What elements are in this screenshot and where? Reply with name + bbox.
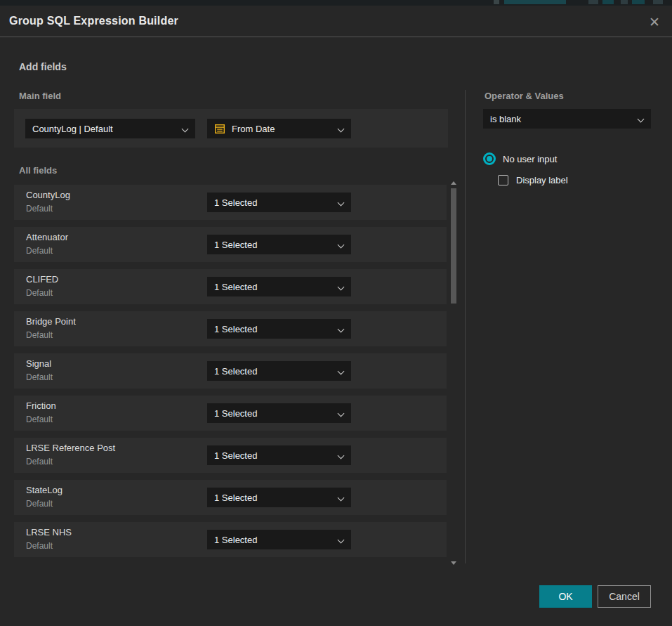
main-field-panel: CountyLog | Default From Date — [14, 109, 448, 148]
background-fragment — [621, 0, 628, 4]
scroll-up-icon[interactable] — [451, 181, 456, 185]
field-name: CLIFED — [26, 274, 58, 285]
close-icon[interactable]: ✕ — [646, 13, 663, 30]
field-selected-dropdown[interactable]: 1 Selected — [207, 235, 351, 254]
chevron-down-icon — [338, 410, 345, 417]
field-selected-dropdown[interactable]: 1 Selected — [207, 530, 351, 549]
field-row: Friction Default 1 Selected — [14, 396, 447, 431]
field-selected-dropdown[interactable]: 1 Selected — [207, 445, 351, 465]
no-user-input-label: No user input — [503, 154, 557, 164]
chevron-down-icon — [182, 126, 189, 133]
calendar-icon — [214, 123, 225, 134]
scrollbar-thumb[interactable] — [451, 188, 456, 304]
chevron-down-icon — [638, 116, 645, 123]
background-fragment — [653, 0, 663, 4]
add-fields-heading: Add fields — [19, 61, 67, 72]
field-row: Bridge Point Default 1 Selected — [14, 311, 447, 346]
checkbox-unchecked-icon — [498, 175, 508, 185]
background-fragment — [588, 0, 598, 4]
field-subtitle: Default — [26, 415, 53, 424]
field-selected-dropdown[interactable]: 1 Selected — [207, 361, 351, 381]
field-row: CLIFED Default 1 Selected — [14, 269, 447, 304]
all-fields-label: All fields — [19, 165, 57, 176]
background-app-strip — [0, 0, 672, 6]
main-field-select-dropdown[interactable]: From Date — [207, 119, 351, 138]
field-selected-dropdown[interactable]: 1 Selected — [207, 193, 351, 212]
field-subtitle: Default — [26, 499, 53, 509]
chevron-down-icon — [338, 495, 345, 502]
field-selected-dropdown[interactable]: 1 Selected — [207, 403, 351, 423]
field-row: CountyLog Default 1 Selected — [14, 185, 447, 220]
field-selected-value: 1 Selected — [214, 240, 257, 250]
radio-selected-icon — [483, 152, 496, 165]
field-selected-value: 1 Selected — [214, 493, 257, 503]
field-subtitle: Default — [26, 288, 53, 298]
ok-button[interactable]: OK — [539, 585, 592, 608]
display-label-checkbox[interactable]: Display label — [498, 175, 568, 185]
field-subtitle: Default — [26, 204, 53, 214]
chevron-down-icon — [338, 242, 345, 249]
field-subtitle: Default — [26, 372, 53, 382]
field-selected-value: 1 Selected — [214, 366, 257, 377]
field-selected-value: 1 Selected — [214, 324, 257, 334]
chevron-down-icon — [338, 537, 345, 544]
operator-values-label: Operator & Values — [485, 91, 564, 101]
chevron-down-icon — [338, 452, 345, 459]
field-name: Bridge Point — [26, 316, 76, 327]
chevron-down-icon — [338, 126, 345, 133]
fields-scrollbar[interactable] — [449, 179, 458, 567]
background-fragment — [632, 0, 645, 4]
field-subtitle: Default — [26, 457, 53, 467]
operator-dropdown[interactable]: is blank — [483, 109, 651, 129]
scroll-down-icon[interactable] — [451, 561, 456, 565]
field-selected-dropdown[interactable]: 1 Selected — [207, 319, 351, 339]
field-subtitle: Default — [26, 246, 53, 256]
field-name: Friction — [26, 400, 56, 411]
field-row: LRSE NHS Default 1 Selected — [14, 522, 447, 557]
field-subtitle: Default — [26, 330, 53, 340]
chevron-down-icon — [338, 326, 345, 333]
field-selected-value: 1 Selected — [214, 450, 257, 461]
field-row: Signal Default 1 Selected — [14, 353, 447, 389]
panel-divider — [465, 90, 466, 563]
main-field-label: Main field — [19, 91, 61, 101]
dialog-title: Group SQL Expression Builder — [9, 15, 178, 27]
field-name: Attenuator — [26, 232, 68, 242]
field-row: StateLog Default 1 Selected — [14, 480, 447, 515]
field-row: LRSE Reference Post Default 1 Selected — [14, 438, 447, 473]
field-selected-value: 1 Selected — [214, 282, 257, 292]
field-selected-value: 1 Selected — [214, 197, 257, 208]
field-selected-value: 1 Selected — [214, 535, 257, 545]
chevron-down-icon — [338, 284, 345, 291]
layer-select-dropdown[interactable]: CountyLog | Default — [25, 119, 195, 138]
chevron-down-icon — [338, 200, 345, 207]
background-fragment — [602, 0, 614, 4]
layer-select-value: CountyLog | Default — [32, 124, 113, 134]
field-selected-dropdown[interactable]: 1 Selected — [207, 277, 351, 296]
no-user-input-radio[interactable]: No user input — [483, 152, 557, 165]
dialog-title-bar: Group SQL Expression Builder ✕ — [0, 6, 672, 37]
field-name: LRSE Reference Post — [26, 443, 115, 453]
field-name: CountyLog — [26, 190, 70, 200]
field-selected-value: 1 Selected — [214, 408, 257, 419]
field-name: LRSE NHS — [26, 527, 72, 537]
field-subtitle: Default — [26, 541, 53, 551]
cancel-button[interactable]: Cancel — [598, 585, 651, 608]
background-fragment — [494, 0, 499, 4]
main-field-select-value: From Date — [232, 124, 275, 134]
chevron-down-icon — [338, 368, 345, 375]
background-fragment — [504, 0, 566, 4]
field-selected-dropdown[interactable]: 1 Selected — [207, 488, 351, 507]
operator-value: is blank — [490, 114, 521, 124]
group-sql-expression-builder-dialog: Group SQL Expression Builder ✕ Add field… — [0, 6, 672, 626]
field-name: StateLog — [26, 485, 62, 495]
field-name: Signal — [26, 358, 51, 369]
field-row: Attenuator Default 1 Selected — [14, 227, 447, 262]
display-label-text: Display label — [516, 175, 568, 185]
